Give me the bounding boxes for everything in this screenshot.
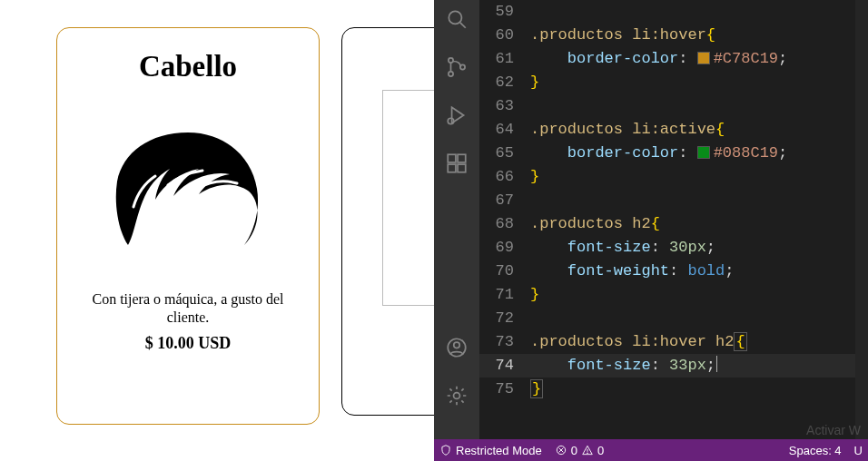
activity-account[interactable] bbox=[445, 336, 469, 364]
status-restricted-label: Restricted Mode bbox=[456, 444, 542, 457]
line-number: 60 bbox=[479, 24, 530, 47]
line-number: 71 bbox=[479, 283, 530, 307]
code-line[interactable]: 59 bbox=[479, 0, 868, 24]
line-number: 65 bbox=[479, 142, 530, 165]
code-line[interactable]: 60.productos li:hover{ bbox=[479, 24, 868, 47]
code-line[interactable]: 61 border-color: #C78C19; bbox=[479, 47, 868, 71]
card-title: Cabello bbox=[70, 50, 306, 83]
activity-bar bbox=[434, 0, 479, 439]
line-number: 62 bbox=[479, 71, 530, 94]
svg-point-12 bbox=[454, 393, 460, 399]
code-editor[interactable]: 5960.productos li:hover{61 border-color:… bbox=[479, 0, 868, 439]
status-problems[interactable]: 0 0 bbox=[555, 444, 604, 457]
line-content: font-weight: bold; bbox=[530, 260, 734, 283]
code-line[interactable]: 63 bbox=[479, 94, 868, 118]
svg-point-11 bbox=[454, 342, 460, 348]
line-content: .productos li:active{ bbox=[530, 118, 725, 142]
line-content: } bbox=[530, 71, 539, 94]
svg-point-5 bbox=[448, 118, 454, 124]
code-line[interactable]: 67 bbox=[479, 189, 868, 212]
color-swatch bbox=[697, 52, 710, 64]
code-line[interactable]: 65 border-color: #088C19; bbox=[479, 142, 868, 165]
gear-icon bbox=[445, 384, 469, 407]
minimap[interactable] bbox=[855, 0, 868, 439]
account-icon bbox=[445, 336, 469, 359]
product-card-secondary[interactable]: Corte y e bbox=[341, 27, 434, 416]
activity-search[interactable] bbox=[445, 7, 469, 35]
line-content: } bbox=[530, 283, 539, 307]
extensions-icon bbox=[445, 152, 469, 175]
svg-point-0 bbox=[449, 11, 461, 24]
line-number: 63 bbox=[479, 94, 530, 118]
svg-rect-8 bbox=[458, 164, 466, 172]
line-number: 70 bbox=[479, 260, 530, 283]
svg-rect-9 bbox=[458, 154, 466, 162]
code-line[interactable]: 64.productos li:active{ bbox=[479, 118, 868, 142]
line-number: 68 bbox=[479, 212, 530, 236]
code-line[interactable]: 72 bbox=[479, 307, 868, 330]
status-warning-count: 0 bbox=[597, 444, 604, 457]
warning-icon bbox=[581, 444, 594, 456]
card-description: Con tijera o máquica, a gusto del client… bbox=[77, 290, 299, 327]
vscode-window: 5960.productos li:hover{61 border-color:… bbox=[434, 0, 868, 461]
line-number: 59 bbox=[479, 0, 530, 24]
code-line[interactable]: 75} bbox=[479, 378, 868, 401]
error-icon bbox=[555, 444, 567, 456]
shield-icon bbox=[439, 444, 452, 456]
line-content: } bbox=[530, 378, 543, 401]
line-content: } bbox=[530, 165, 539, 189]
svg-rect-6 bbox=[448, 154, 456, 162]
line-number: 61 bbox=[479, 47, 530, 71]
line-content: .productos li:hover h2{ bbox=[530, 330, 747, 354]
line-number: 69 bbox=[479, 236, 530, 260]
status-error-count: 0 bbox=[571, 444, 577, 457]
play-bug-icon bbox=[445, 103, 469, 127]
svg-point-3 bbox=[449, 72, 453, 76]
line-content: .productos li:hover{ bbox=[530, 24, 715, 47]
product-card-cabello[interactable]: Cabello Con tijera o máquica, a gusto de… bbox=[56, 27, 320, 425]
line-number: 73 bbox=[479, 330, 530, 354]
line-number: 66 bbox=[479, 165, 530, 189]
code-line[interactable]: 66} bbox=[479, 165, 868, 189]
activity-source-control[interactable] bbox=[445, 55, 469, 83]
activity-extensions[interactable] bbox=[445, 152, 469, 180]
line-number: 67 bbox=[479, 189, 530, 212]
source-control-icon bbox=[445, 55, 469, 79]
svg-line-1 bbox=[460, 23, 466, 28]
line-number: 64 bbox=[479, 118, 530, 142]
code-area[interactable]: 5960.productos li:hover{61 border-color:… bbox=[479, 0, 868, 439]
status-restricted-mode[interactable]: Restricted Mode bbox=[439, 444, 542, 457]
code-line[interactable]: 69 font-size: 30px; bbox=[479, 236, 868, 260]
card-price: $ 10.00 USD bbox=[70, 334, 306, 353]
status-encoding[interactable]: U bbox=[854, 444, 863, 457]
line-number: 74 bbox=[479, 354, 530, 378]
code-line[interactable]: 73.productos li:hover h2{ bbox=[479, 330, 868, 354]
line-content: border-color: #088C19; bbox=[530, 142, 787, 165]
activity-settings[interactable] bbox=[445, 384, 469, 412]
line-content: font-size: 30px; bbox=[530, 236, 715, 260]
svg-point-2 bbox=[449, 58, 453, 63]
code-line[interactable]: 68.productos h2{ bbox=[479, 212, 868, 236]
code-line[interactable]: 74 font-size: 33px; bbox=[479, 354, 868, 378]
color-swatch bbox=[697, 146, 710, 159]
line-content: .productos h2{ bbox=[530, 212, 660, 236]
card-description: Corte y e bbox=[362, 320, 434, 338]
line-content: font-size: 33px; bbox=[530, 354, 717, 378]
image-placeholder bbox=[382, 90, 434, 306]
line-content: border-color: #C78C19; bbox=[530, 47, 787, 71]
browser-preview: Cabello Con tijera o máquica, a gusto de… bbox=[0, 0, 434, 461]
code-line[interactable]: 62} bbox=[479, 71, 868, 94]
line-number: 75 bbox=[479, 378, 530, 401]
hair-icon bbox=[97, 116, 279, 252]
code-line[interactable]: 71} bbox=[479, 283, 868, 307]
search-icon bbox=[445, 7, 469, 31]
status-spaces[interactable]: Spaces: 4 bbox=[789, 444, 842, 457]
activity-run-debug[interactable] bbox=[445, 103, 469, 132]
svg-rect-7 bbox=[448, 164, 456, 172]
code-line[interactable]: 70 font-weight: bold; bbox=[479, 260, 868, 283]
line-number: 72 bbox=[479, 307, 530, 330]
svg-point-17 bbox=[587, 453, 588, 454]
text-cursor bbox=[716, 356, 717, 372]
status-bar: Restricted Mode 0 0 Spaces: 4 U bbox=[434, 439, 868, 461]
